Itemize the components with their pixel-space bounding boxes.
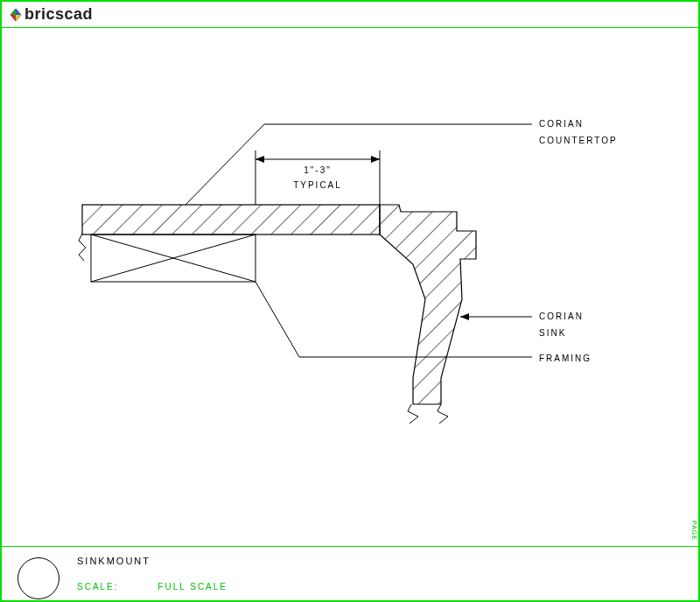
page-side-label: PAGE [691,521,697,541]
title-block-content: SINKMOUNT SCALE: FULL SCALE [77,556,228,592]
label-sink-line2: SINK [539,325,584,341]
brand-logo: bricscad [9,5,93,24]
label-sink-line1: CORIAN [539,308,584,325]
drawing-title: SINKMOUNT [77,556,228,566]
svg-marker-16 [371,156,380,163]
technical-drawing [2,28,698,544]
header-bar: bricscad [2,2,698,28]
dimension-typical: TYPICAL [276,178,359,192]
brand-name: bricscad [24,5,93,24]
dimension-value: 1"-3" [276,163,359,178]
svg-marker-15 [256,156,264,163]
svg-line-10 [186,124,264,205]
title-block: SINKMOUNT SCALE: FULL SCALE [2,546,698,600]
scale-value: FULL SCALE [158,582,228,592]
label-framing: FRAMING [539,350,592,367]
detail-marker-circle [18,557,60,599]
scale-label: SCALE: [77,582,119,592]
dimension-label: 1"-3" TYPICAL [276,163,359,192]
label-countertop: CORIAN COUNTERTOP [539,116,618,149]
label-framing-text: FRAMING [539,350,592,367]
label-countertop-line2: COUNTERTOP [539,132,618,149]
svg-marker-18 [460,313,469,320]
svg-marker-3 [10,15,16,21]
label-countertop-line1: CORIAN [539,116,618,132]
drawing-canvas: CORIAN COUNTERTOP 1"-3" TYPICAL CORIAN S… [2,28,698,544]
svg-marker-4 [16,15,21,21]
scale-row: SCALE: FULL SCALE [77,582,228,592]
brand-icon [9,8,23,22]
svg-rect-6 [82,205,380,234]
svg-line-19 [256,282,299,357]
label-sink: CORIAN SINK [539,308,584,341]
